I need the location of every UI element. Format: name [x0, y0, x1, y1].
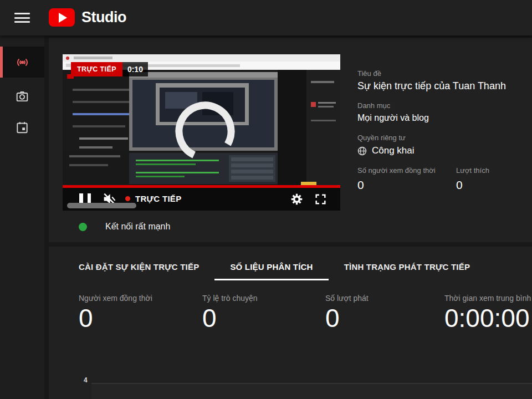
likes-block: Lượt thích 0 — [456, 166, 489, 192]
hamburger-menu-icon[interactable] — [14, 13, 30, 23]
broadcast-icon — [15, 55, 30, 70]
thumb-meter-green — [136, 172, 219, 173]
privacy-label: Quyền riêng tư — [357, 134, 526, 142]
live-badge: TRỰC TIẾP — [71, 62, 122, 76]
stream-info-panel: Tiêu đề Sự kiện trực tiếp của Tuan Thanh… — [357, 69, 526, 192]
thumb-shape — [231, 170, 273, 173]
stream-category: Mọi người và blog — [357, 113, 526, 123]
metric-value: 0 — [79, 304, 152, 333]
studio-wordmark: Studio — [81, 9, 126, 26]
metric-value: 0 — [202, 304, 258, 333]
camera-icon — [15, 89, 29, 104]
metric-playbacks: Số lượt phát 0 — [325, 294, 369, 333]
connection-status: Kết nối rất mạnh — [79, 222, 170, 232]
thumb-shape — [311, 120, 336, 121]
metric-label: Số lượt phát — [325, 294, 369, 303]
sidebar-item-webcam[interactable] — [0, 82, 44, 111]
metric-value: 0 — [325, 304, 369, 333]
likes-label: Lượt thích — [456, 166, 489, 175]
viewer-like-counts: Số người xem đồng thời 0 Lượt thích 0 — [357, 166, 526, 192]
metric-label: Người xem đồng thời — [79, 294, 152, 303]
thumb-shape — [79, 137, 128, 140]
thumb-meter-green — [136, 176, 185, 177]
category-label: Danh mục — [357, 101, 526, 110]
thumb-browser-dot — [66, 57, 69, 60]
thumb-window-titlebar — [129, 72, 278, 78]
player-badges: TRỰC TIẾP 0:10 — [71, 62, 148, 76]
left-sidebar — [0, 35, 44, 399]
thumb-shape — [69, 155, 120, 157]
video-player[interactable]: TRỰC TIẾP 0:10 TRỰC TIẾP — [63, 54, 340, 211]
thumb-chat-avatar — [311, 102, 316, 107]
title-label: Tiêu đề — [357, 69, 526, 78]
thumb-shape — [318, 106, 334, 108]
stream-title: Sự kiện trực tiếp của Tuan Thanh — [357, 80, 526, 92]
thumb-shape — [73, 125, 125, 127]
metric-value: 0:00:00 — [444, 304, 531, 333]
likes-value: 0 — [456, 178, 489, 192]
sidebar-item-stream[interactable] — [0, 47, 44, 78]
thumb-shape — [311, 81, 334, 83]
thumb-shape — [79, 146, 112, 149]
live-indicator-label: TRỰC TIẾP — [135, 194, 181, 203]
thumb-shape — [278, 70, 306, 187]
top-app-bar: Studio — [0, 0, 532, 35]
metric-chat-rate: Tỷ lệ trò chuyện 0 — [202, 294, 258, 333]
red-dot-icon — [125, 196, 130, 201]
active-indicator-bar — [0, 47, 3, 78]
concurrent-viewers-value: 0 — [357, 178, 456, 192]
privacy-value: Công khai — [372, 145, 415, 156]
loading-spinner — [172, 98, 238, 165]
connection-status-dot — [79, 223, 87, 231]
concurrent-viewers-block: Số người xem đồng thời 0 — [357, 166, 456, 192]
thumb-chat-panel — [306, 70, 340, 187]
tab-analytics[interactable]: SỐ LIỆU PHÂN TÍCH — [214, 250, 328, 280]
tab-bar: CÀI ĐẶT SỰ KIỆN TRỰC TIẾP SỐ LIỆU PHÂN T… — [63, 250, 485, 280]
thumb-shape — [73, 101, 134, 103]
youtube-play-icon — [49, 8, 75, 27]
calendar-icon — [15, 120, 29, 135]
thumb-scrollbar — [67, 203, 136, 208]
settings-button[interactable] — [290, 192, 304, 206]
metric-label: Thời gian xem trung bình — [444, 294, 531, 303]
stream-preview-card: TRỰC TIẾP 0:10 TRỰC TIẾP — [49, 38, 532, 242]
tab-stream-settings[interactable]: CÀI ĐẶT SỰ KIỆN TRỰC TIẾP — [63, 250, 214, 280]
connection-status-text: Kết nối rất mạnh — [105, 222, 170, 232]
youtube-studio-logo[interactable]: Studio — [49, 8, 126, 27]
chart-y-tick: 4 — [84, 376, 88, 384]
concurrent-viewers-label: Số người xem đồng thời — [357, 166, 456, 175]
metric-concurrent-viewers: Người xem đồng thời 0 — [79, 294, 152, 333]
privacy-row: Công khai — [357, 145, 526, 156]
fullscreen-button[interactable] — [314, 192, 328, 206]
tab-stream-health[interactable]: TÌNH TRẠNG PHÁT TRỰC TIẾP — [329, 250, 485, 280]
thumb-shape — [231, 176, 273, 180]
analytics-card: CÀI ĐẶT SỰ KIỆN TRỰC TIẾP SỐ LIỆU PHÂN T… — [49, 247, 532, 399]
chart-area — [91, 384, 532, 399]
thumb-shape — [318, 102, 336, 104]
metric-label: Tỷ lệ trò chuyện — [202, 294, 258, 303]
elapsed-time-badge: 0:10 — [122, 62, 148, 76]
metric-avg-watch-time: Thời gian xem trung bình 0:00:00 — [444, 294, 531, 333]
thumb-shape — [69, 164, 108, 166]
sidebar-item-manage[interactable] — [0, 113, 44, 142]
globe-icon — [357, 146, 367, 156]
thumb-shape — [74, 57, 112, 59]
live-indicator[interactable]: TRỰC TIẾP — [125, 194, 181, 203]
